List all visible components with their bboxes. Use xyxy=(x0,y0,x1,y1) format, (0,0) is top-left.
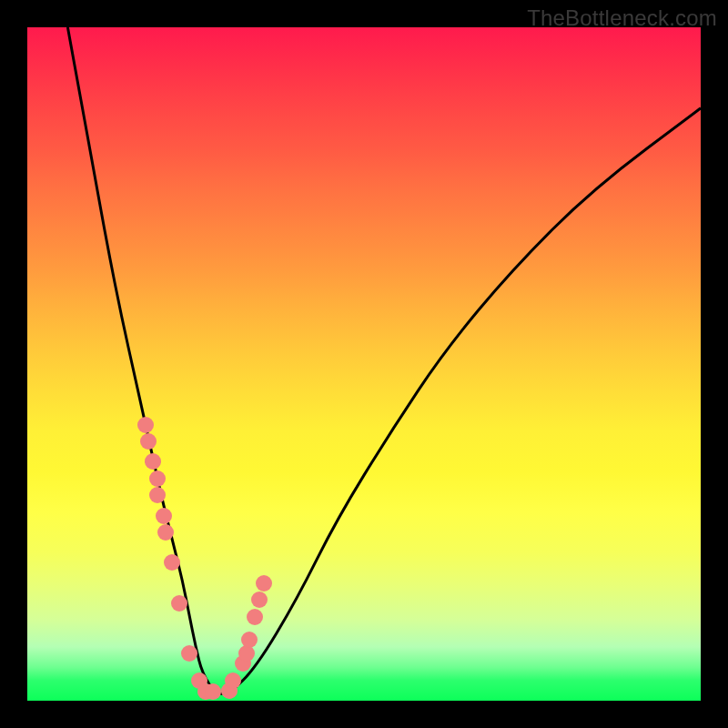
plot-area xyxy=(27,27,701,701)
bottleneck-curve xyxy=(67,27,701,694)
data-point xyxy=(238,645,255,662)
watermark-text: TheBottleneck.com xyxy=(527,5,717,31)
data-point xyxy=(181,645,197,662)
data-point xyxy=(205,683,221,700)
data-point xyxy=(156,508,172,524)
data-point xyxy=(137,417,154,433)
data-point xyxy=(247,609,263,625)
data-point xyxy=(149,470,166,487)
curve-svg xyxy=(27,27,701,701)
chart-frame: TheBottleneck.com xyxy=(0,0,728,728)
data-point xyxy=(171,595,187,612)
data-point xyxy=(149,487,166,503)
data-point xyxy=(256,575,272,592)
